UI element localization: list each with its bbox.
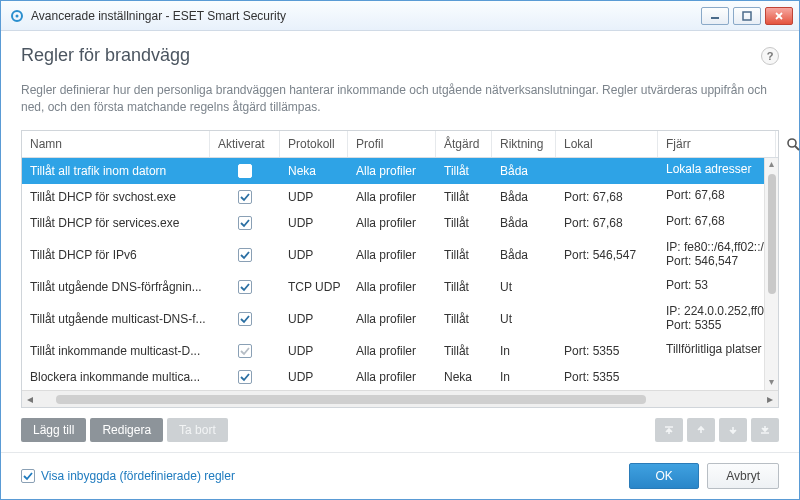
- col-enabled[interactable]: Aktiverat: [210, 131, 280, 157]
- col-protocol[interactable]: Protokoll: [280, 131, 348, 157]
- rules-table: Namn Aktiverat Protokoll Profil Åtgärd R…: [21, 130, 779, 408]
- cell-profile: Alla profiler: [348, 236, 436, 274]
- cell-direction: Båda: [492, 236, 556, 274]
- cell-profile: Alla profiler: [348, 210, 436, 236]
- cell-direction: Båda: [492, 210, 556, 236]
- cell-remote: [658, 364, 776, 390]
- table-row[interactable]: Tillåt DHCP för svchost.exeUDPAlla profi…: [22, 184, 778, 210]
- table-row[interactable]: Tillåt utgående multicast-DNS-f...UDPAll…: [22, 300, 778, 338]
- cell-enabled[interactable]: [210, 210, 280, 236]
- cell-name: Tillåt DHCP för services.exe: [22, 210, 210, 236]
- cell-profile: Alla profiler: [348, 274, 436, 300]
- move-down-button[interactable]: [719, 418, 747, 442]
- help-button[interactable]: ?: [761, 47, 779, 65]
- move-bottom-button[interactable]: [751, 418, 779, 442]
- cell-direction: Båda: [492, 158, 556, 184]
- page-description: Regler definierar hur den personliga bra…: [1, 74, 799, 130]
- move-up-button[interactable]: [687, 418, 715, 442]
- cell-name: Blockera inkommande multica...: [22, 364, 210, 390]
- cell-profile: Alla profiler: [348, 184, 436, 210]
- cell-enabled[interactable]: [210, 274, 280, 300]
- cell-action: Tillåt: [436, 184, 492, 210]
- cell-protocol: UDP: [280, 338, 348, 364]
- cell-action: Tillåt: [436, 158, 492, 184]
- cell-direction: Båda: [492, 184, 556, 210]
- table-row[interactable]: Blockera inkommande multica...UDPAlla pr…: [22, 364, 778, 390]
- cell-enabled[interactable]: [210, 338, 280, 364]
- col-name[interactable]: Namn: [22, 131, 210, 157]
- cell-name: Tillåt all trafik inom datorn: [22, 158, 210, 184]
- move-top-button[interactable]: [655, 418, 683, 442]
- app-icon: [9, 8, 25, 24]
- maximize-button[interactable]: [733, 7, 761, 25]
- titlebar: Avancerade inställningar - ESET Smart Se…: [1, 1, 799, 31]
- delete-button[interactable]: Ta bort: [167, 418, 228, 442]
- edit-button[interactable]: Redigera: [90, 418, 163, 442]
- cell-enabled[interactable]: [210, 158, 280, 184]
- cell-enabled[interactable]: [210, 184, 280, 210]
- vertical-scrollbar[interactable]: ▴ ▾: [764, 158, 778, 390]
- app-window: Avancerade inställningar - ESET Smart Se…: [0, 0, 800, 500]
- cell-name: Tillåt utgående DNS-förfrågnin...: [22, 274, 210, 300]
- cell-action: Tillåt: [436, 274, 492, 300]
- cell-remote: IP: 224.0.0.252,ff02:...Port: 5355: [658, 300, 776, 338]
- cell-profile: Alla profiler: [348, 158, 436, 184]
- cell-profile: Alla profiler: [348, 338, 436, 364]
- table-row[interactable]: Tillåt all trafik inom datornNekaAlla pr…: [22, 158, 778, 184]
- svg-point-6: [788, 139, 796, 147]
- table-header: Namn Aktiverat Protokoll Profil Åtgärd R…: [22, 131, 778, 158]
- cell-action: Neka: [436, 364, 492, 390]
- cell-protocol: UDP: [280, 236, 348, 274]
- svg-line-7: [795, 146, 799, 150]
- show-builtin-toggle[interactable]: Visa inbyggda (fördefinierade) regler: [21, 469, 235, 483]
- hscroll-thumb[interactable]: [56, 395, 646, 404]
- cell-enabled[interactable]: [210, 236, 280, 274]
- cell-local: Port: 67,68: [556, 184, 658, 210]
- cell-protocol: UDP: [280, 364, 348, 390]
- table-row[interactable]: Tillåt utgående DNS-förfrågnin...TCP UDP…: [22, 274, 778, 300]
- cell-local: Port: 5355: [556, 338, 658, 364]
- cell-name: Tillåt inkommande multicast-D...: [22, 338, 210, 364]
- svg-point-1: [16, 14, 19, 17]
- checkbox-icon: [238, 312, 252, 326]
- checkbox-icon: [238, 280, 252, 294]
- page-title: Regler för brandvägg: [21, 45, 761, 66]
- cell-remote: Tillförlitliga platser: [658, 338, 776, 364]
- footer: Visa inbyggda (fördefinierade) regler OK…: [1, 452, 799, 499]
- horizontal-scrollbar[interactable]: ◂ ▸: [22, 390, 778, 407]
- minimize-button[interactable]: [701, 7, 729, 25]
- col-action[interactable]: Åtgärd: [436, 131, 492, 157]
- cell-action: Tillåt: [436, 300, 492, 338]
- cell-local: [556, 300, 658, 338]
- scroll-left-icon: ◂: [22, 392, 38, 406]
- cell-local: Port: 5355: [556, 364, 658, 390]
- cancel-button[interactable]: Avbryt: [707, 463, 779, 489]
- table-row[interactable]: Tillåt DHCP för services.exeUDPAlla prof…: [22, 210, 778, 236]
- cell-action: Tillåt: [436, 236, 492, 274]
- table-row[interactable]: Tillåt inkommande multicast-D...UDPAlla …: [22, 338, 778, 364]
- col-local[interactable]: Lokal: [556, 131, 658, 157]
- close-button[interactable]: [765, 7, 793, 25]
- cell-protocol: TCP UDP: [280, 274, 348, 300]
- cell-name: Tillåt utgående multicast-DNS-f...: [22, 300, 210, 338]
- cell-protocol: Neka: [280, 158, 348, 184]
- col-remote[interactable]: Fjärr: [658, 131, 776, 157]
- cell-local: [556, 158, 658, 184]
- col-profile[interactable]: Profil: [348, 131, 436, 157]
- cell-profile: Alla profiler: [348, 300, 436, 338]
- ok-button[interactable]: OK: [629, 463, 699, 489]
- page-header: Regler för brandvägg ?: [1, 31, 799, 74]
- cell-enabled[interactable]: [210, 364, 280, 390]
- add-button[interactable]: Lägg till: [21, 418, 86, 442]
- search-icon: [786, 137, 800, 151]
- cell-remote: Port: 67,68: [658, 210, 776, 236]
- cell-enabled[interactable]: [210, 300, 280, 338]
- cell-name: Tillåt DHCP för svchost.exe: [22, 184, 210, 210]
- cell-direction: In: [492, 338, 556, 364]
- scroll-thumb[interactable]: [768, 174, 776, 294]
- table-row[interactable]: Tillåt DHCP för IPv6UDPAlla profilerTill…: [22, 236, 778, 274]
- col-direction[interactable]: Riktning: [492, 131, 556, 157]
- search-button[interactable]: [776, 131, 800, 157]
- cell-local: Port: 67,68: [556, 210, 658, 236]
- cell-direction: Ut: [492, 274, 556, 300]
